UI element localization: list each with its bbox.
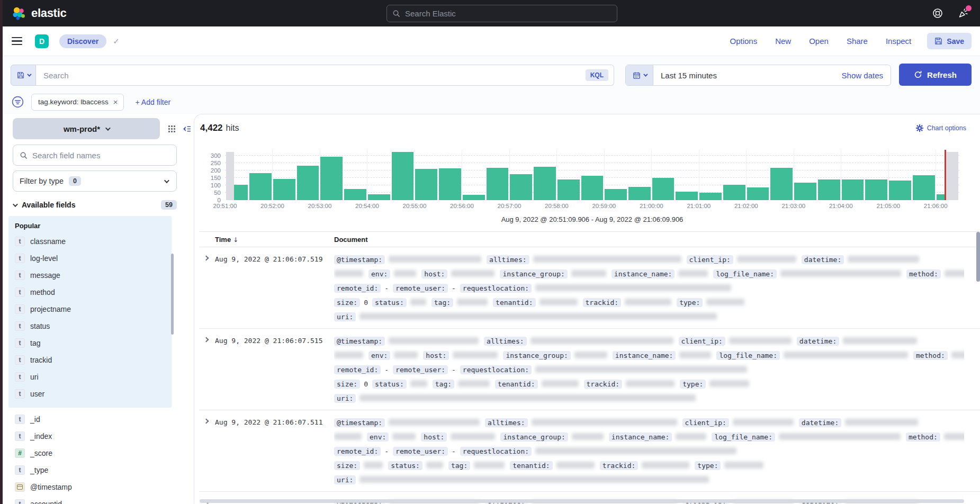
field-key-badge[interactable]: alltimes: [485, 418, 527, 427]
histogram-bar[interactable] [770, 150, 794, 200]
field-key-badge[interactable]: instance_name: [612, 269, 675, 278]
field-key-badge[interactable]: remote_user: [393, 284, 448, 293]
field-key-badge[interactable]: env: [368, 269, 390, 278]
histogram-bar[interactable] [320, 150, 344, 200]
histogram-bar[interactable] [604, 150, 628, 200]
expand-row-button[interactable] [199, 253, 215, 324]
field-item-projectname[interactable]: tprojectname [13, 301, 172, 318]
histogram-bar[interactable] [912, 150, 936, 200]
field-key-badge[interactable]: log_file_name: [713, 269, 777, 278]
field-key-badge[interactable]: type: [680, 380, 706, 389]
field-key-badge[interactable]: tag: [448, 461, 470, 470]
field-item-accountid[interactable]: taccountid [13, 496, 194, 504]
inspect-link[interactable]: Inspect [886, 37, 911, 46]
sort-desc-icon[interactable]: ↓ [233, 236, 238, 244]
field-key-badge[interactable]: trackid: [584, 380, 623, 389]
histogram-bar[interactable] [865, 150, 888, 200]
field-item-classname[interactable]: tclassname [13, 233, 172, 250]
available-fields-header[interactable]: Available fields 59 [13, 200, 177, 210]
field-item-_score[interactable]: #_score [13, 445, 194, 462]
field-key-badge[interactable]: type: [695, 461, 721, 470]
field-key-badge[interactable]: tenantid: [495, 380, 537, 389]
field-key-badge[interactable]: tag: [431, 298, 453, 307]
filter-icon[interactable] [11, 95, 25, 109]
histogram-bar[interactable] [556, 150, 580, 200]
histogram-bar[interactable] [533, 150, 557, 200]
field-key-badge[interactable]: @timestamp: [334, 255, 385, 264]
field-key-badge[interactable]: remote_user: [393, 447, 448, 456]
field-key-badge[interactable]: datetime: [799, 418, 841, 427]
expand-row-button[interactable] [199, 334, 215, 406]
histogram-bar[interactable] [675, 150, 699, 200]
histogram-bar[interactable] [936, 150, 959, 200]
histogram-bar[interactable] [817, 150, 841, 200]
field-key-badge[interactable]: method: [913, 351, 948, 360]
help-button[interactable] [931, 7, 944, 20]
field-key-badge[interactable]: remote_user: [393, 365, 448, 374]
histogram-bar[interactable] [272, 150, 296, 200]
field-key-badge[interactable]: tag: [433, 380, 454, 389]
histogram-bar[interactable] [249, 150, 273, 200]
field-item-_index[interactable]: t_index [13, 428, 194, 445]
filter-by-type-select[interactable]: Filter by type 0 [13, 170, 177, 192]
field-key-badge[interactable]: instance_group: [503, 351, 570, 360]
histogram-bar[interactable] [746, 150, 770, 200]
histogram-bar[interactable] [344, 150, 367, 200]
histogram-bar[interactable] [462, 150, 485, 200]
histogram-bar[interactable] [627, 150, 651, 200]
field-key-badge[interactable]: host: [421, 269, 447, 278]
histogram-bar[interactable] [415, 150, 438, 200]
field-item-@timestamp[interactable]: @timestamp [13, 479, 194, 496]
field-item-trackid[interactable]: ttrackid [13, 352, 172, 368]
field-key-badge[interactable]: size: [334, 380, 360, 389]
field-key-badge[interactable]: uri: [334, 394, 356, 403]
add-filter-button[interactable]: + Add filter [136, 98, 171, 106]
remove-filter-icon[interactable]: × [113, 97, 118, 106]
field-item-log-level[interactable]: tlog-level [13, 250, 172, 267]
field-key-badge[interactable]: remote_id: [334, 365, 381, 374]
expand-row-button[interactable] [199, 416, 215, 487]
newsfeed-button[interactable] [957, 7, 969, 20]
field-item-tag[interactable]: ttag [13, 335, 172, 352]
histogram-bar[interactable] [485, 150, 509, 200]
field-key-badge[interactable]: client_ip: [687, 255, 733, 264]
field-key-badge[interactable]: env: [368, 351, 390, 360]
field-key-badge[interactable]: method: [906, 269, 941, 278]
save-button[interactable]: Save [927, 33, 972, 49]
field-key-badge[interactable]: trackid: [600, 461, 639, 470]
histogram-bar[interactable] [651, 150, 675, 200]
field-key-badge[interactable]: requestlocation: [460, 365, 532, 374]
histogram-bar[interactable] [888, 150, 912, 200]
share-link[interactable]: Share [847, 37, 868, 46]
histogram-plot[interactable] [225, 150, 959, 200]
global-search-input[interactable]: Search Elastic [386, 5, 617, 22]
field-item-_type[interactable]: t_type [13, 462, 194, 479]
field-key-badge[interactable]: alltimes: [484, 337, 526, 346]
field-key-badge[interactable]: @timestamp: [334, 418, 385, 427]
field-key-badge[interactable]: requestlocation: [460, 447, 532, 456]
saved-query-menu-button[interactable] [11, 65, 36, 86]
histogram-bar[interactable] [225, 150, 249, 200]
field-key-badge[interactable]: tenantid: [493, 298, 535, 307]
field-item-method[interactable]: tmethod [13, 284, 172, 301]
histogram-bar[interactable] [699, 150, 723, 200]
refresh-button[interactable]: Refresh [899, 64, 972, 86]
field-item-user[interactable]: tuser [13, 385, 172, 402]
field-key-badge[interactable]: size: [334, 298, 360, 307]
field-key-badge[interactable]: client_ip: [679, 337, 725, 346]
field-key-badge[interactable]: uri: [334, 312, 356, 321]
options-link[interactable]: Options [730, 37, 757, 46]
field-item-_id[interactable]: t_id [13, 411, 194, 428]
breadcrumb[interactable]: Discover [59, 34, 106, 48]
field-key-badge[interactable]: status: [388, 461, 422, 470]
field-key-badge[interactable]: instance_name: [609, 433, 672, 442]
query-input[interactable]: Search KQL [36, 65, 614, 86]
field-key-badge[interactable]: log_file_name: [716, 351, 780, 360]
field-key-badge[interactable]: @timestamp: [334, 337, 385, 346]
histogram-bar[interactable] [580, 150, 604, 200]
sidebar-scrollbar[interactable] [171, 254, 174, 335]
field-key-badge[interactable]: host: [423, 351, 449, 360]
field-key-badge[interactable]: remote_id: [334, 284, 381, 293]
histogram-bar[interactable] [841, 150, 865, 200]
field-item-status[interactable]: tstatus [13, 318, 172, 335]
